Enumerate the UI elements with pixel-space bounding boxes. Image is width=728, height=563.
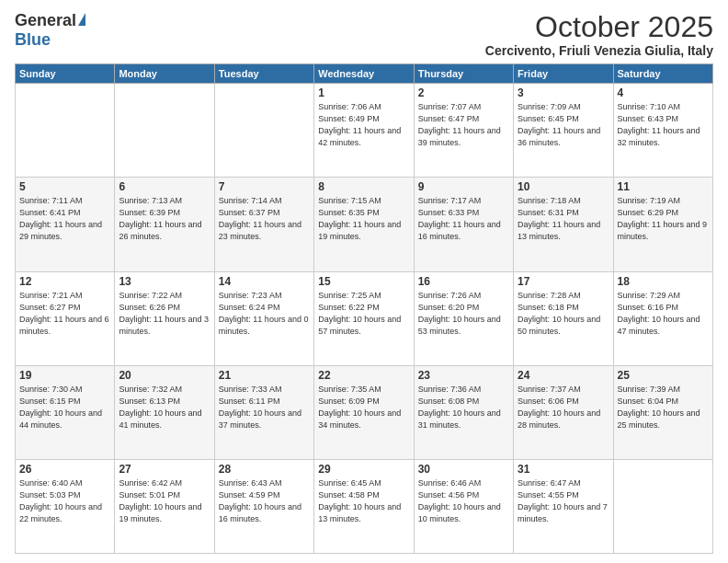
day-number: 5: [19, 180, 110, 193]
day-number: 24: [518, 369, 609, 382]
day-info: Sunrise: 6:45 AM Sunset: 4:58 PM Dayligh…: [318, 477, 409, 525]
table-row: 2Sunrise: 7:07 AM Sunset: 6:47 PM Daylig…: [414, 84, 513, 178]
table-row: 28Sunrise: 6:43 AM Sunset: 4:59 PM Dayli…: [214, 459, 313, 553]
day-number: 8: [318, 180, 409, 193]
table-row: [115, 84, 214, 178]
table-row: 14Sunrise: 7:23 AM Sunset: 6:24 PM Dayli…: [214, 271, 313, 365]
day-info: Sunrise: 7:11 AM Sunset: 6:41 PM Dayligh…: [19, 195, 110, 243]
table-row: 24Sunrise: 7:37 AM Sunset: 6:06 PM Dayli…: [514, 365, 613, 459]
table-row: 22Sunrise: 7:35 AM Sunset: 6:09 PM Dayli…: [314, 365, 414, 459]
day-number: 29: [318, 463, 409, 476]
day-number: 3: [518, 86, 609, 99]
day-number: 7: [219, 180, 310, 193]
day-number: 27: [119, 463, 210, 476]
table-row: 21Sunrise: 7:33 AM Sunset: 6:11 PM Dayli…: [214, 365, 313, 459]
day-number: 25: [618, 369, 709, 382]
table-row: 19Sunrise: 7:30 AM Sunset: 6:15 PM Dayli…: [16, 365, 115, 459]
month-title: October 2025: [485, 11, 713, 43]
table-row: 31Sunrise: 6:47 AM Sunset: 4:55 PM Dayli…: [514, 459, 613, 553]
calendar-week-row: 5Sunrise: 7:11 AM Sunset: 6:41 PM Daylig…: [16, 178, 713, 271]
day-number: 4: [618, 86, 709, 99]
table-row: 30Sunrise: 6:46 AM Sunset: 4:56 PM Dayli…: [414, 459, 513, 553]
col-sunday: Sunday: [16, 64, 115, 84]
calendar-week-row: 26Sunrise: 6:40 AM Sunset: 5:03 PM Dayli…: [16, 459, 713, 553]
day-number: 18: [618, 275, 709, 288]
day-number: 26: [19, 463, 110, 476]
day-number: 23: [418, 369, 509, 382]
location-title: Cercivento, Friuli Venezia Giulia, Italy: [485, 43, 713, 58]
day-info: Sunrise: 7:15 AM Sunset: 6:35 PM Dayligh…: [318, 195, 409, 243]
table-row: 8Sunrise: 7:15 AM Sunset: 6:35 PM Daylig…: [314, 178, 414, 271]
table-row: 18Sunrise: 7:29 AM Sunset: 6:16 PM Dayli…: [613, 271, 712, 365]
day-info: Sunrise: 7:29 AM Sunset: 6:16 PM Dayligh…: [618, 290, 709, 338]
table-row: 26Sunrise: 6:40 AM Sunset: 5:03 PM Dayli…: [16, 459, 115, 553]
col-friday: Friday: [514, 64, 613, 84]
day-info: Sunrise: 7:14 AM Sunset: 6:37 PM Dayligh…: [219, 195, 310, 243]
day-info: Sunrise: 6:47 AM Sunset: 4:55 PM Dayligh…: [518, 477, 609, 525]
day-info: Sunrise: 7:30 AM Sunset: 6:15 PM Dayligh…: [19, 384, 110, 431]
table-row: 29Sunrise: 6:45 AM Sunset: 4:58 PM Dayli…: [314, 459, 414, 553]
table-row: 7Sunrise: 7:14 AM Sunset: 6:37 PM Daylig…: [214, 178, 313, 271]
day-info: Sunrise: 6:42 AM Sunset: 5:01 PM Dayligh…: [119, 477, 210, 525]
table-row: [16, 84, 115, 178]
logo: General Blue: [15, 11, 85, 50]
table-row: 11Sunrise: 7:19 AM Sunset: 6:29 PM Dayli…: [613, 178, 712, 271]
day-number: 16: [418, 275, 509, 288]
header: General Blue October 2025 Cercivento, Fr…: [15, 11, 713, 58]
table-row: 15Sunrise: 7:25 AM Sunset: 6:22 PM Dayli…: [314, 271, 414, 365]
day-info: Sunrise: 7:33 AM Sunset: 6:11 PM Dayligh…: [219, 384, 310, 431]
day-info: Sunrise: 6:46 AM Sunset: 4:56 PM Dayligh…: [418, 477, 509, 525]
table-row: 10Sunrise: 7:18 AM Sunset: 6:31 PM Dayli…: [514, 178, 613, 271]
day-info: Sunrise: 7:19 AM Sunset: 6:29 PM Dayligh…: [618, 195, 709, 243]
day-number: 1: [318, 86, 409, 99]
day-info: Sunrise: 6:43 AM Sunset: 4:59 PM Dayligh…: [219, 477, 310, 525]
calendar-week-row: 19Sunrise: 7:30 AM Sunset: 6:15 PM Dayli…: [16, 365, 713, 459]
table-row: 27Sunrise: 6:42 AM Sunset: 5:01 PM Dayli…: [115, 459, 214, 553]
day-info: Sunrise: 7:22 AM Sunset: 6:26 PM Dayligh…: [119, 290, 210, 338]
day-info: Sunrise: 7:09 AM Sunset: 6:45 PM Dayligh…: [518, 101, 609, 149]
table-row: 9Sunrise: 7:17 AM Sunset: 6:33 PM Daylig…: [414, 178, 513, 271]
day-number: 13: [119, 275, 210, 288]
col-saturday: Saturday: [613, 64, 712, 84]
table-row: 17Sunrise: 7:28 AM Sunset: 6:18 PM Dayli…: [514, 271, 613, 365]
table-row: [613, 459, 712, 553]
day-number: 21: [219, 369, 310, 382]
day-info: Sunrise: 7:36 AM Sunset: 6:08 PM Dayligh…: [418, 384, 509, 431]
day-info: Sunrise: 7:10 AM Sunset: 6:43 PM Dayligh…: [618, 101, 709, 149]
day-info: Sunrise: 7:35 AM Sunset: 6:09 PM Dayligh…: [318, 384, 409, 431]
table-row: 6Sunrise: 7:13 AM Sunset: 6:39 PM Daylig…: [115, 178, 214, 271]
logo-general-text: General: [15, 11, 76, 30]
day-info: Sunrise: 6:40 AM Sunset: 5:03 PM Dayligh…: [19, 477, 110, 525]
day-info: Sunrise: 7:07 AM Sunset: 6:47 PM Dayligh…: [418, 101, 509, 149]
calendar-week-row: 12Sunrise: 7:21 AM Sunset: 6:27 PM Dayli…: [16, 271, 713, 365]
table-row: 5Sunrise: 7:11 AM Sunset: 6:41 PM Daylig…: [16, 178, 115, 271]
day-info: Sunrise: 7:39 AM Sunset: 6:04 PM Dayligh…: [618, 384, 709, 431]
table-row: 1Sunrise: 7:06 AM Sunset: 6:49 PM Daylig…: [314, 84, 414, 178]
day-info: Sunrise: 7:26 AM Sunset: 6:20 PM Dayligh…: [418, 290, 509, 338]
calendar-table: Sunday Monday Tuesday Wednesday Thursday…: [15, 63, 713, 554]
day-number: 28: [219, 463, 310, 476]
table-row: 20Sunrise: 7:32 AM Sunset: 6:13 PM Dayli…: [115, 365, 214, 459]
day-info: Sunrise: 7:18 AM Sunset: 6:31 PM Dayligh…: [518, 195, 609, 243]
calendar-header-row: Sunday Monday Tuesday Wednesday Thursday…: [16, 64, 713, 84]
day-number: 22: [318, 369, 409, 382]
day-info: Sunrise: 7:13 AM Sunset: 6:39 PM Dayligh…: [119, 195, 210, 243]
day-info: Sunrise: 7:28 AM Sunset: 6:18 PM Dayligh…: [518, 290, 609, 338]
day-number: 9: [418, 180, 509, 193]
day-number: 19: [19, 369, 110, 382]
day-info: Sunrise: 7:06 AM Sunset: 6:49 PM Dayligh…: [318, 101, 409, 149]
logo-blue-text: Blue: [15, 30, 51, 50]
table-row: 12Sunrise: 7:21 AM Sunset: 6:27 PM Dayli…: [16, 271, 115, 365]
day-number: 17: [518, 275, 609, 288]
day-info: Sunrise: 7:17 AM Sunset: 6:33 PM Dayligh…: [418, 195, 509, 243]
day-info: Sunrise: 7:25 AM Sunset: 6:22 PM Dayligh…: [318, 290, 409, 338]
day-info: Sunrise: 7:37 AM Sunset: 6:06 PM Dayligh…: [518, 384, 609, 431]
table-row: 25Sunrise: 7:39 AM Sunset: 6:04 PM Dayli…: [613, 365, 712, 459]
day-number: 31: [518, 463, 609, 476]
day-info: Sunrise: 7:21 AM Sunset: 6:27 PM Dayligh…: [19, 290, 110, 338]
day-number: 14: [219, 275, 310, 288]
day-info: Sunrise: 7:23 AM Sunset: 6:24 PM Dayligh…: [219, 290, 310, 338]
logo-triangle-icon: [78, 13, 85, 26]
day-info: Sunrise: 7:32 AM Sunset: 6:13 PM Dayligh…: [119, 384, 210, 431]
table-row: 13Sunrise: 7:22 AM Sunset: 6:26 PM Dayli…: [115, 271, 214, 365]
